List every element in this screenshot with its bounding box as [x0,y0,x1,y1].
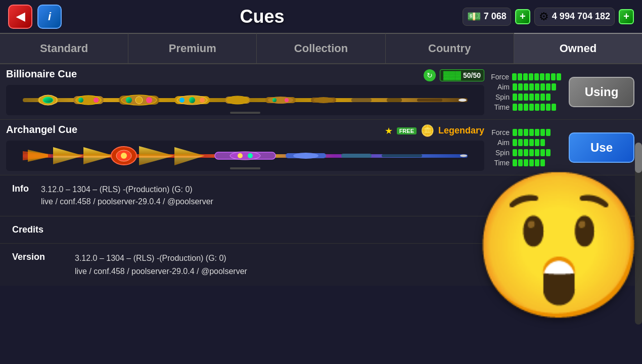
tab-collection[interactable]: Collection [257,33,385,63]
stat-time-row: Time [490,103,561,111]
tab-country[interactable]: Country [386,33,514,63]
free-badge: FREE [397,127,417,134]
time-label: Time [490,103,510,111]
billionaire-action: Using [561,64,642,119]
svg-point-16 [189,97,195,103]
content-area: Billionaire Cue ↻ ▓▓▓ 50/50 [0,64,642,286]
info-button[interactable]: i [37,5,62,29]
svg-marker-34 [83,156,114,164]
svg-point-45 [248,153,253,158]
back-button[interactable]: ◀ [8,5,32,29]
refresh-badge: ↻ [424,69,436,81]
header-left-buttons: ◀ i [8,5,62,29]
svg-point-19 [226,96,249,104]
svg-point-43 [230,152,260,160]
svg-marker-31 [53,147,83,156]
cash-box: 💵 7 068 [463,8,511,26]
spin-bars [513,94,551,101]
coin-icon: 🪙 [421,124,434,138]
credits-section: Credits [0,216,642,244]
scrollbar-thumb[interactable] [635,143,642,173]
svg-point-21 [268,97,293,104]
svg-point-29 [458,99,467,102]
svg-point-47 [293,153,318,159]
tab-bar: Standard Premium Collection Country Owne… [0,33,642,64]
scrollbar[interactable] [635,143,642,325]
aim-bars [513,83,556,90]
cue-archangel-image [6,141,484,171]
archangel-action: Use [561,120,642,175]
arch-force-bars [513,129,551,136]
version-line1: 3.12.0 – 1304 – (RLS) -(Production) (G: … [75,252,247,265]
legendary-label: Legendary [438,125,484,136]
svg-point-17 [200,98,205,103]
gear-icon: ⚙ [539,10,549,23]
add-coins-button[interactable]: + [619,9,634,24]
cue-archangel-name: Archangel Cue [6,124,77,135]
use-button[interactable]: Use [569,132,634,163]
info-section: Info 3.12.0 – 1304 – (RLS) -(Production)… [0,175,642,216]
info-line2: live / conf.458 / poolserver-29.0.4 / @p… [41,196,213,208]
arch-aim-bars [513,139,545,146]
version-label: Version [12,252,63,262]
credits-label: Credits [12,224,43,235]
billionaire-stats: Force Aim Spin [490,64,561,119]
star-icon: ★ [385,125,393,136]
tab-owned[interactable]: Owned [514,33,642,63]
svg-rect-51 [382,154,422,157]
aim-label: Aim [490,83,510,91]
arch-time-bars [513,159,545,166]
tab-standard[interactable]: Standard [0,33,128,63]
using-button[interactable]: Using [569,77,634,107]
info-line1: 3.12.0 – 1304 – (RLS) -(Production) (G: … [41,184,213,196]
svg-point-23 [285,98,289,102]
arch-spin-bars [513,149,551,156]
svg-point-3 [43,97,53,103]
arch-force-label: Force [490,128,510,136]
svg-point-10 [126,97,132,103]
force-label: Force [490,73,509,81]
svg-point-52 [460,154,467,157]
svg-point-44 [238,153,243,158]
svg-marker-33 [83,147,114,156]
cue-archangel-main: Archangel Cue ★ FREE 🪙 Legendary [0,120,490,175]
arch-force-row: Force [490,128,561,136]
info-label: Info [12,184,29,194]
coins-value: 4 994 704 182 [552,11,610,22]
add-cash-button[interactable]: + [515,9,530,24]
cash-icon: 💵 [467,10,481,23]
svg-rect-26 [351,98,372,102]
arch-time-label: Time [490,159,510,167]
arch-aim-label: Aim [490,139,510,147]
cue-row-archangel: Archangel Cue ★ FREE 🪙 Legendary [0,120,642,175]
svg-point-25 [313,97,334,103]
svg-marker-32 [53,156,83,164]
svg-point-11 [135,97,143,104]
cue-billionaire-image [6,85,484,115]
svg-rect-27 [387,98,402,102]
arch-time-row: Time [490,159,561,167]
cue-billionaire-name: Billionaire Cue [6,68,77,80]
svg-point-7 [94,98,99,103]
spin-label: Spin [490,93,510,101]
archangel-stats: Force Aim Spin [490,120,561,175]
stat-spin-row: Spin [490,93,561,101]
svg-point-37 [121,153,127,159]
svg-point-15 [179,98,185,103]
header: ◀ i Cues 💵 7 068 + ⚙ 4 994 704 182 + [0,0,642,33]
cue-billionaire-main: Billionaire Cue ↻ ▓▓▓ 50/50 [0,64,490,119]
svg-point-6 [78,98,83,103]
svg-rect-28 [417,99,442,102]
cue-row-billionaire: Billionaire Cue ↻ ▓▓▓ 50/50 [0,64,642,120]
force-bars [512,73,561,80]
cash-value: 7 068 [484,11,507,22]
page-title: Cues [240,6,284,27]
time-bars [513,104,556,111]
stat-aim-row: Aim [490,83,561,91]
tab-premium[interactable]: Premium [128,33,257,63]
stat-force-row: Force [490,73,561,81]
version-section: Version 3.12.0 – 1304 – (RLS) -(Producti… [0,244,642,286]
arch-spin-row: Spin [490,149,561,157]
coins-box: ⚙ 4 994 704 182 [534,8,615,26]
arch-aim-row: Aim [490,139,561,147]
